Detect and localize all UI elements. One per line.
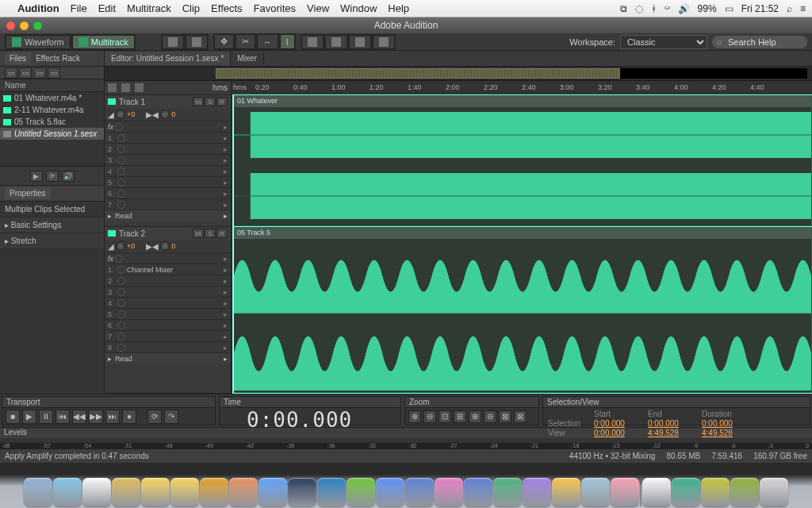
dock-icon[interactable]	[701, 478, 730, 506]
minimize-button[interactable]	[20, 21, 29, 30]
fx-slot-menu[interactable]: ▸	[224, 190, 228, 198]
time-select-tool-button[interactable]: I	[280, 34, 295, 49]
toolbar-button-d[interactable]	[373, 35, 395, 49]
properties-tab[interactable]: Properties	[5, 187, 51, 199]
view-start[interactable]: 0:00.000	[594, 429, 642, 437]
toolbar-button-1[interactable]	[162, 35, 184, 49]
pan-value[interactable]: 0	[171, 242, 175, 250]
battery-label[interactable]: 99%	[698, 3, 717, 14]
zoom-out-button[interactable]: ⊖	[423, 410, 436, 423]
fx-slot-power[interactable]	[117, 266, 125, 274]
navigator-view-range[interactable]	[216, 68, 620, 79]
waveform-mode-button[interactable]: Waveform	[6, 35, 71, 49]
mixer-tab[interactable]: Mixer	[231, 52, 263, 65]
dock-icon[interactable]	[464, 478, 492, 506]
solo-button[interactable]: S	[205, 97, 216, 106]
dock-icon[interactable]	[611, 478, 639, 506]
dock-icon[interactable]	[523, 478, 551, 506]
dock-icon[interactable]	[405, 478, 434, 506]
fx-slot-menu[interactable]: ▸	[224, 333, 228, 341]
dock-icon[interactable]	[317, 478, 346, 506]
list-item[interactable]: 05 Track 5.flac	[0, 116, 104, 128]
selection-end[interactable]: 0:00.000	[648, 419, 695, 428]
zoom-in-button[interactable]: ⊕	[408, 410, 421, 423]
solo-button[interactable]: S	[205, 229, 216, 238]
battery-icon[interactable]: ▭	[725, 3, 733, 14]
playhead[interactable]	[233, 227, 234, 393]
dropbox-icon[interactable]: ⧉	[620, 3, 627, 14]
fx-slot-power[interactable]	[117, 321, 125, 329]
fx-slot-power[interactable]	[117, 333, 125, 341]
fx-slot-power[interactable]	[117, 190, 125, 198]
pause-button[interactable]: ⏸	[39, 410, 53, 424]
list-item[interactable]: 2-11 Whatever.m4a	[0, 104, 104, 116]
dock-icon[interactable]	[82, 478, 111, 506]
preview-autoplay-button[interactable]: 🔊	[62, 171, 75, 182]
volume-knob[interactable]	[116, 241, 125, 251]
time-ruler[interactable]: hms 0:200:401:001:201:402:002:202:403:00…	[232, 81, 812, 95]
menu-window[interactable]: Window	[340, 2, 377, 14]
fx-slot-menu[interactable]: ▸	[224, 156, 228, 164]
fx-slot-power[interactable]	[117, 167, 125, 175]
dock-icon[interactable]	[581, 478, 610, 506]
workspace-select[interactable]: Classic	[620, 35, 707, 49]
zoom-full-button[interactable]: ⊡	[439, 410, 451, 423]
search-input[interactable]: Search Help	[712, 36, 807, 48]
fx-slot-power[interactable]	[117, 310, 125, 318]
fx-slot-menu[interactable]: ▸	[224, 201, 228, 209]
pan-value[interactable]: 0	[171, 110, 175, 118]
menu-edit[interactable]: Edit	[98, 2, 116, 14]
pan-knob[interactable]	[160, 241, 170, 251]
dock-icon[interactable]	[170, 478, 199, 506]
list-item[interactable]: 01 Whatever.m4a *	[0, 92, 104, 104]
toolbar-button-b[interactable]	[325, 35, 347, 49]
track-lane[interactable]: 01 Whatever	[232, 95, 812, 227]
track-name[interactable]: Track 2	[119, 229, 145, 238]
automation-mode[interactable]: Read	[115, 355, 132, 363]
wifi-icon[interactable]: ⌔	[665, 3, 670, 14]
view-end[interactable]: 4:49.528	[648, 429, 695, 437]
go-start-button[interactable]: ⏮	[56, 410, 70, 424]
fx-slot-menu[interactable]: ▸	[224, 277, 228, 285]
files-column-header[interactable]: Name	[0, 79, 104, 92]
fx-slot-menu[interactable]: ▸	[224, 145, 228, 153]
notifications-icon[interactable]: ≡	[800, 3, 806, 14]
loop-button[interactable]: ⟳	[147, 410, 162, 424]
fx-slot-power[interactable]	[117, 134, 125, 142]
toolbar-button-a[interactable]	[301, 35, 324, 49]
fx-slot-menu[interactable]: ▸	[224, 134, 228, 142]
dock-icon[interactable]	[493, 478, 522, 506]
zoom-out-v-button[interactable]: ⊖	[484, 410, 496, 423]
dock-icon[interactable]	[642, 478, 671, 506]
forward-button[interactable]: ▶▶	[89, 410, 103, 424]
fx-power-button[interactable]	[115, 123, 123, 131]
fx-slot-menu[interactable]: ▸	[224, 299, 228, 307]
fx-slot-power[interactable]	[117, 277, 125, 285]
audio-clip[interactable]: 05 Track 5	[233, 227, 812, 393]
menu-help[interactable]: Help	[388, 2, 409, 14]
menu-file[interactable]: File	[71, 2, 87, 14]
files-toolbar-button[interactable]: ▭	[5, 67, 17, 79]
menu-view[interactable]: View	[307, 2, 329, 14]
close-button[interactable]	[6, 21, 15, 30]
audio-clip[interactable]: 01 Whatever	[233, 95, 812, 226]
dock-icon[interactable]	[200, 478, 228, 506]
fx-slot-power[interactable]	[117, 145, 125, 153]
fx-slot-power[interactable]	[117, 288, 125, 296]
rewind-button[interactable]: ◀◀	[72, 410, 86, 424]
record-button[interactable]: R	[216, 229, 228, 238]
skip-button[interactable]: ↷	[164, 410, 178, 424]
playhead[interactable]	[233, 95, 234, 226]
sends-icon[interactable]	[135, 83, 144, 92]
go-end-button[interactable]: ⏭	[105, 410, 120, 424]
dock-icon[interactable]	[672, 478, 700, 506]
stop-button[interactable]: ■	[6, 410, 20, 424]
selection-start[interactable]: 0:00.000	[594, 419, 642, 428]
fx-slot-menu[interactable]: ▸	[224, 266, 228, 274]
mute-button[interactable]: M	[193, 97, 204, 106]
list-item[interactable]: Untitled Session 1.sesx	[0, 128, 104, 140]
fx-slot-menu[interactable]: ▸	[224, 344, 228, 352]
dock-icon[interactable]	[552, 478, 580, 506]
fx-icon[interactable]	[121, 83, 130, 92]
fx-slot-menu[interactable]: ▸	[224, 167, 228, 175]
